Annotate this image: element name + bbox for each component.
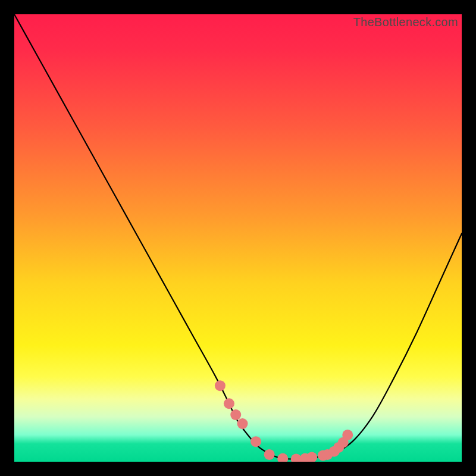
curve-layer <box>14 14 462 462</box>
plot-area: TheBottleneck.com <box>14 14 462 462</box>
highlight-dot <box>237 418 248 429</box>
highlight-dot <box>264 449 275 460</box>
highlight-dot <box>342 430 353 440</box>
highlight-dot <box>230 409 241 420</box>
chart-frame: TheBottleneck.com <box>0 0 476 476</box>
highlight-dot <box>250 436 261 447</box>
highlight-dot <box>306 452 317 462</box>
highlight-dot <box>215 380 226 391</box>
highlight-dots-group <box>215 380 353 462</box>
highlight-dot <box>277 453 288 462</box>
highlight-dot <box>224 398 234 409</box>
bottleneck-curve-path <box>14 14 462 459</box>
